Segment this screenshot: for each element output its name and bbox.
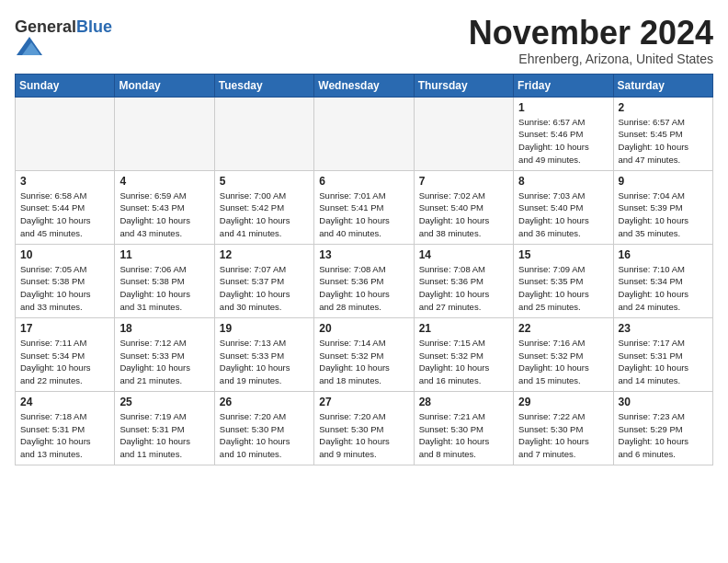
calendar-day-cell bbox=[414, 97, 513, 170]
header: GeneralBlue November 2024 Ehrenberg, Ari… bbox=[15, 15, 713, 66]
calendar-day-cell: 8Sunrise: 7:03 AM Sunset: 5:40 PM Daylig… bbox=[514, 170, 613, 244]
day-number: 3 bbox=[20, 175, 109, 188]
day-info: Sunrise: 7:08 AM Sunset: 5:36 PM Dayligh… bbox=[319, 263, 408, 314]
day-number: 9 bbox=[619, 175, 708, 188]
day-number: 28 bbox=[419, 396, 508, 408]
day-number: 26 bbox=[220, 396, 309, 408]
day-info: Sunrise: 7:05 AM Sunset: 5:38 PM Dayligh… bbox=[20, 263, 109, 314]
calendar-day-cell: 23Sunrise: 7:17 AM Sunset: 5:31 PM Dayli… bbox=[613, 317, 712, 391]
calendar-day-cell: 15Sunrise: 7:09 AM Sunset: 5:35 PM Dayli… bbox=[514, 244, 613, 317]
day-info: Sunrise: 7:21 AM Sunset: 5:30 PM Dayligh… bbox=[419, 410, 508, 461]
day-info: Sunrise: 6:57 AM Sunset: 5:45 PM Dayligh… bbox=[619, 116, 708, 167]
calendar-header-row: SundayMondayTuesdayWednesdayThursdayFrid… bbox=[16, 74, 713, 97]
calendar-day-cell: 3Sunrise: 6:58 AM Sunset: 5:44 PM Daylig… bbox=[16, 170, 115, 244]
calendar-week-row: 1Sunrise: 6:57 AM Sunset: 5:46 PM Daylig… bbox=[16, 97, 713, 170]
day-number: 2 bbox=[619, 101, 708, 114]
calendar-week-row: 24Sunrise: 7:18 AM Sunset: 5:31 PM Dayli… bbox=[16, 391, 713, 465]
day-number: 16 bbox=[619, 248, 708, 261]
calendar-day-cell: 30Sunrise: 7:23 AM Sunset: 5:29 PM Dayli… bbox=[613, 391, 712, 465]
day-number: 4 bbox=[119, 175, 209, 188]
calendar-header-friday: Friday bbox=[514, 74, 613, 97]
calendar-day-cell: 22Sunrise: 7:16 AM Sunset: 5:32 PM Dayli… bbox=[514, 317, 613, 391]
day-number: 22 bbox=[518, 322, 608, 335]
calendar-day-cell: 17Sunrise: 7:11 AM Sunset: 5:34 PM Dayli… bbox=[16, 317, 115, 391]
day-info: Sunrise: 7:11 AM Sunset: 5:34 PM Dayligh… bbox=[20, 337, 109, 387]
day-info: Sunrise: 6:58 AM Sunset: 5:44 PM Dayligh… bbox=[20, 190, 109, 240]
logo-blue-text: Blue bbox=[76, 17, 112, 36]
calendar-day-cell: 4Sunrise: 6:59 AM Sunset: 5:43 PM Daylig… bbox=[115, 170, 214, 244]
calendar-header-thursday: Thursday bbox=[414, 74, 513, 97]
day-info: Sunrise: 7:00 AM Sunset: 5:42 PM Dayligh… bbox=[220, 190, 309, 240]
calendar-day-cell bbox=[214, 97, 313, 170]
logo-icon bbox=[17, 33, 42, 59]
calendar-week-row: 17Sunrise: 7:11 AM Sunset: 5:34 PM Dayli… bbox=[16, 317, 713, 391]
calendar-day-cell: 11Sunrise: 7:06 AM Sunset: 5:38 PM Dayli… bbox=[115, 244, 214, 317]
day-number: 14 bbox=[419, 248, 508, 261]
calendar-day-cell: 7Sunrise: 7:02 AM Sunset: 5:40 PM Daylig… bbox=[414, 170, 513, 244]
day-info: Sunrise: 7:06 AM Sunset: 5:38 PM Dayligh… bbox=[119, 263, 209, 314]
day-number: 1 bbox=[518, 101, 608, 114]
calendar-day-cell bbox=[115, 97, 214, 170]
day-number: 17 bbox=[20, 322, 109, 335]
day-info: Sunrise: 7:08 AM Sunset: 5:36 PM Dayligh… bbox=[419, 263, 508, 314]
calendar-day-cell: 18Sunrise: 7:12 AM Sunset: 5:33 PM Dayli… bbox=[115, 317, 214, 391]
calendar-header-monday: Monday bbox=[115, 74, 214, 97]
calendar-day-cell bbox=[314, 97, 414, 170]
day-info: Sunrise: 7:10 AM Sunset: 5:34 PM Dayligh… bbox=[619, 263, 708, 314]
day-info: Sunrise: 7:15 AM Sunset: 5:32 PM Dayligh… bbox=[419, 337, 508, 387]
day-info: Sunrise: 7:19 AM Sunset: 5:31 PM Dayligh… bbox=[119, 410, 209, 461]
calendar-day-cell: 14Sunrise: 7:08 AM Sunset: 5:36 PM Dayli… bbox=[414, 244, 513, 317]
calendar-week-row: 3Sunrise: 6:58 AM Sunset: 5:44 PM Daylig… bbox=[16, 170, 713, 244]
day-number: 18 bbox=[119, 322, 209, 335]
day-info: Sunrise: 7:14 AM Sunset: 5:32 PM Dayligh… bbox=[319, 337, 408, 387]
calendar-header-saturday: Saturday bbox=[613, 74, 712, 97]
calendar-day-cell: 5Sunrise: 7:00 AM Sunset: 5:42 PM Daylig… bbox=[214, 170, 313, 244]
calendar-header-tuesday: Tuesday bbox=[214, 74, 313, 97]
calendar-day-cell: 16Sunrise: 7:10 AM Sunset: 5:34 PM Dayli… bbox=[613, 244, 712, 317]
day-info: Sunrise: 7:02 AM Sunset: 5:40 PM Dayligh… bbox=[419, 190, 508, 240]
calendar-day-cell: 2Sunrise: 6:57 AM Sunset: 5:45 PM Daylig… bbox=[613, 97, 712, 170]
logo: GeneralBlue bbox=[15, 18, 112, 63]
day-number: 11 bbox=[119, 248, 209, 261]
page: GeneralBlue November 2024 Ehrenberg, Ari… bbox=[0, 0, 728, 563]
day-info: Sunrise: 7:01 AM Sunset: 5:41 PM Dayligh… bbox=[319, 190, 408, 240]
calendar-day-cell: 20Sunrise: 7:14 AM Sunset: 5:32 PM Dayli… bbox=[314, 317, 414, 391]
day-number: 19 bbox=[220, 322, 309, 335]
title-block: November 2024 Ehrenberg, Arizona, United… bbox=[469, 15, 713, 66]
day-info: Sunrise: 7:18 AM Sunset: 5:31 PM Dayligh… bbox=[20, 410, 109, 461]
day-info: Sunrise: 7:20 AM Sunset: 5:30 PM Dayligh… bbox=[220, 410, 309, 461]
calendar-day-cell: 24Sunrise: 7:18 AM Sunset: 5:31 PM Dayli… bbox=[16, 391, 115, 465]
day-number: 24 bbox=[20, 396, 109, 408]
calendar-day-cell: 21Sunrise: 7:15 AM Sunset: 5:32 PM Dayli… bbox=[414, 317, 513, 391]
day-number: 25 bbox=[119, 396, 209, 408]
calendar-day-cell: 26Sunrise: 7:20 AM Sunset: 5:30 PM Dayli… bbox=[214, 391, 313, 465]
calendar-day-cell: 27Sunrise: 7:20 AM Sunset: 5:30 PM Dayli… bbox=[314, 391, 414, 465]
day-number: 30 bbox=[619, 396, 708, 408]
day-number: 5 bbox=[220, 175, 309, 188]
day-info: Sunrise: 7:23 AM Sunset: 5:29 PM Dayligh… bbox=[619, 410, 708, 461]
calendar-day-cell: 1Sunrise: 6:57 AM Sunset: 5:46 PM Daylig… bbox=[514, 97, 613, 170]
day-number: 29 bbox=[518, 396, 608, 408]
day-number: 23 bbox=[619, 322, 708, 335]
calendar-header-wednesday: Wednesday bbox=[314, 74, 414, 97]
day-info: Sunrise: 7:16 AM Sunset: 5:32 PM Dayligh… bbox=[518, 337, 608, 387]
day-info: Sunrise: 7:03 AM Sunset: 5:40 PM Dayligh… bbox=[518, 190, 608, 240]
day-info: Sunrise: 6:57 AM Sunset: 5:46 PM Dayligh… bbox=[518, 116, 608, 167]
day-number: 21 bbox=[419, 322, 508, 335]
calendar-day-cell: 9Sunrise: 7:04 AM Sunset: 5:39 PM Daylig… bbox=[613, 170, 712, 244]
day-info: Sunrise: 7:04 AM Sunset: 5:39 PM Dayligh… bbox=[619, 190, 708, 240]
day-number: 15 bbox=[518, 248, 608, 261]
calendar-week-row: 10Sunrise: 7:05 AM Sunset: 5:38 PM Dayli… bbox=[16, 244, 713, 317]
calendar-day-cell: 10Sunrise: 7:05 AM Sunset: 5:38 PM Dayli… bbox=[16, 244, 115, 317]
day-info: Sunrise: 7:13 AM Sunset: 5:33 PM Dayligh… bbox=[220, 337, 309, 387]
month-title: November 2024 bbox=[469, 15, 713, 52]
calendar-day-cell: 13Sunrise: 7:08 AM Sunset: 5:36 PM Dayli… bbox=[314, 244, 414, 317]
day-info: Sunrise: 7:09 AM Sunset: 5:35 PM Dayligh… bbox=[518, 263, 608, 314]
calendar-header-sunday: Sunday bbox=[16, 74, 115, 97]
day-info: Sunrise: 6:59 AM Sunset: 5:43 PM Dayligh… bbox=[119, 190, 209, 240]
calendar-day-cell: 28Sunrise: 7:21 AM Sunset: 5:30 PM Dayli… bbox=[414, 391, 513, 465]
day-number: 8 bbox=[518, 175, 608, 188]
day-info: Sunrise: 7:20 AM Sunset: 5:30 PM Dayligh… bbox=[319, 410, 408, 461]
day-info: Sunrise: 7:07 AM Sunset: 5:37 PM Dayligh… bbox=[220, 263, 309, 314]
day-number: 20 bbox=[319, 322, 408, 335]
